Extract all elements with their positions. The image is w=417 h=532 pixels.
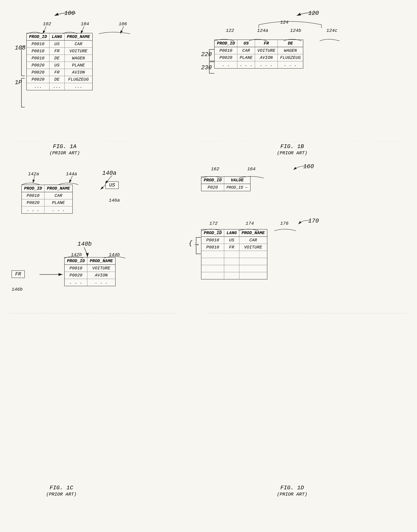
table-row: P0010 CAR VOITURE WAGEN [214, 47, 303, 54]
table-row: P0010 US CAR [27, 40, 93, 48]
bracket-220: 220 [201, 51, 212, 58]
col-label-102: 102 [43, 21, 51, 27]
fig1c-title: FIG. 1C (PRIOR ART) [46, 485, 77, 497]
label-120: 120 [308, 10, 319, 17]
col-prod-id-b: PROD_ID [214, 40, 237, 47]
fig1b-result-table: PROD_ID LANG PROD_NAME P0010 US CAR P001… [201, 229, 267, 280]
col-label-174: 174 [246, 221, 254, 226]
col-label-142b: 142b [71, 252, 82, 257]
table-row: P0020 PLANE [21, 199, 73, 206]
col-label-124c: 124c [326, 28, 337, 33]
svg-line-8 [69, 176, 73, 183]
bracket-1p: 1P [15, 79, 22, 86]
fig1a-main-table: PROD_ID LANG PROD_NAME P0010 US CAR P001… [26, 33, 93, 90]
fig1a-us-table: PROD_ID PROD_NAME P0010 CAR P0020 PLANE … [21, 185, 73, 214]
bracket-230: 230 [201, 64, 212, 71]
table-row-dots: . . . . . . [21, 206, 73, 214]
arrow-right: → [195, 241, 198, 249]
label-100: 100 [64, 10, 75, 17]
table-row-dots: . . . . . . [64, 279, 115, 286]
table-row: P0020 DE FLUGZEUG [27, 76, 93, 83]
us-lang-box: US [105, 181, 119, 189]
label-146a: 146a [109, 198, 120, 203]
table-row: P020 PROD_ID ← [201, 184, 250, 191]
col-label-122: 122 [226, 28, 234, 33]
svg-line-9 [101, 185, 105, 190]
col-label-106: 106 [119, 21, 127, 27]
fig1b-main-table: PROD_ID US FR DE P0010 CAR VOITURE WAGEN… [214, 40, 303, 69]
label-140b: 140b [77, 241, 92, 248]
label-124: 124 [280, 20, 288, 25]
bracket-108: 108 [15, 44, 26, 51]
svg-line-7 [33, 176, 35, 183]
col-us: US [237, 40, 255, 47]
col-lang: LANG [50, 33, 64, 40]
table-row: P0010 US CAR [201, 237, 267, 244]
fr-lang-box: FR [11, 270, 25, 278]
fig1b-title: FIG. 1B (PRIOR ART) [277, 143, 307, 156]
col-label-162: 162 [211, 167, 219, 172]
label-140a: 140a [102, 170, 116, 177]
col-label-104: 104 [81, 21, 89, 27]
col-label-164: 164 [247, 167, 255, 172]
col-label-124a: 124a [257, 28, 268, 33]
table-row-empty [201, 265, 267, 272]
fig1a-title: FIG. 1A (PRIOR ART) [50, 143, 80, 156]
col-prod-name: PROD_NAME [64, 33, 93, 40]
table-row-empty [201, 258, 267, 265]
table-row: P0010 FR VOITURE [27, 48, 93, 55]
brace-left: { [189, 240, 192, 247]
table-row: P0010 DE WAGEN [27, 55, 93, 62]
svg-line-2 [43, 26, 46, 34]
fig1a-fr-table: PROD_ID PROD_NAME P0010 VOITURE P0020 AV… [64, 257, 115, 286]
svg-line-4 [120, 26, 124, 34]
table-row: P0020 PLANE AVION FLUGZEUG [214, 54, 303, 61]
table-row: P0020 US PLANE [27, 62, 93, 69]
col-label-176: 176 [280, 221, 288, 226]
col-prod-id: PROD_ID [27, 33, 50, 40]
label-146b: 146b [11, 287, 22, 292]
label-170: 170 [308, 218, 319, 224]
table-row: P0010 VOITURE [64, 265, 115, 272]
table-row-dots: . . . . . . . . . . . [214, 61, 303, 69]
col-label-142a: 142a [28, 171, 39, 177]
col-label-144b: 144b [109, 252, 120, 257]
table-row-dots: ... ... ... [27, 83, 93, 90]
table-row: P0020 FR AVION [27, 69, 93, 76]
table-row: P0010 FR VOITURE [201, 244, 267, 251]
table-row: P0020 AVION [64, 272, 115, 279]
col-de: DE [278, 40, 303, 47]
svg-line-3 [81, 26, 84, 34]
table-row-empty [201, 251, 267, 258]
col-label-124b: 124b [290, 28, 301, 33]
fig1d-title: FIG. 1D (PRIOR ART) [277, 485, 307, 497]
col-label-172: 172 [209, 221, 218, 226]
col-label-144a: 144a [66, 171, 77, 177]
label-160: 160 [303, 163, 314, 170]
table-row-empty [201, 272, 267, 280]
table-row: P0010 CAR [21, 192, 73, 199]
fig1b-value-table: PROD_ID VALUE P020 PROD_ID ← [201, 177, 250, 191]
col-fr: FR [255, 40, 278, 47]
